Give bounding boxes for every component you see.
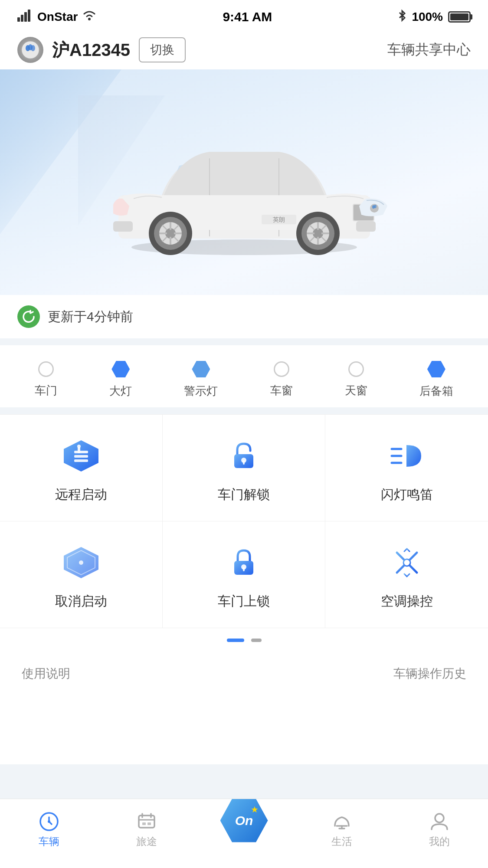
- svg-rect-1: [21, 15, 23, 22]
- indicator-headlight: 大灯: [109, 361, 132, 399]
- action-remote-start[interactable]: 远程启动: [0, 415, 163, 521]
- cancel-start-label: 取消启动: [55, 593, 107, 610]
- indicator-trunk-hex: [427, 361, 445, 377]
- plate-number: 沪A12345: [52, 38, 130, 62]
- indicator-door: 车门: [35, 361, 57, 398]
- status-right: 100%: [398, 9, 471, 25]
- svg-rect-49: [74, 455, 88, 458]
- indicator-hazard-label: 警示灯: [184, 383, 218, 399]
- battery-percentage: 100%: [412, 10, 443, 24]
- bottom-spacer: [0, 695, 488, 764]
- svg-rect-81: [139, 816, 154, 828]
- status-indicators: 车门 大灯 警示灯 车窗 天窗 后备箱: [0, 345, 488, 407]
- svg-point-16: [370, 204, 379, 213]
- indicator-trunk-label: 后备箱: [419, 383, 453, 399]
- battery-icon: [448, 11, 471, 23]
- bluetooth-icon: [398, 9, 406, 25]
- svg-point-61: [79, 560, 83, 565]
- flash-horn-label: 闪灯鸣笛: [381, 486, 433, 504]
- status-time: 9:41 AM: [223, 10, 272, 24]
- ac-control-label: 空调操控: [381, 593, 433, 610]
- indicator-sunroof-label: 天窗: [345, 383, 367, 398]
- nav-life-icon: [331, 810, 353, 831]
- car-hero: 英朗: [0, 69, 488, 295]
- nav-trip-label: 旅途: [136, 835, 157, 848]
- svg-rect-86: [147, 822, 151, 825]
- action-door-unlock[interactable]: 车门解锁: [163, 415, 325, 521]
- nav-vehicle[interactable]: 车辆: [0, 810, 98, 848]
- indicator-door-label: 车门: [35, 383, 57, 398]
- nav-on-button[interactable]: On ★: [220, 799, 268, 842]
- indicator-headlight-hex: [111, 361, 130, 377]
- svg-point-18: [374, 205, 377, 208]
- nav-center-item[interactable]: On ★: [195, 799, 293, 842]
- svg-rect-48: [74, 451, 88, 453]
- manual-link[interactable]: 使用说明: [22, 665, 70, 682]
- remote-start-label: 远程启动: [55, 486, 107, 504]
- carrier-name: OnStar: [37, 10, 78, 24]
- svg-rect-2: [24, 12, 27, 22]
- svg-rect-0: [17, 17, 20, 22]
- page-dot-1: [227, 639, 244, 642]
- nav-profile-icon: [428, 810, 451, 831]
- update-status[interactable]: 更新于4分钟前: [0, 295, 488, 338]
- svg-point-8: [31, 45, 35, 51]
- nav-profile[interactable]: 我的: [390, 810, 488, 848]
- nav-on-label: On: [235, 813, 253, 828]
- nav-life-label: 生活: [331, 835, 352, 848]
- indicator-window: 车窗: [270, 361, 293, 398]
- svg-rect-20: [356, 221, 376, 232]
- svg-rect-3: [28, 10, 30, 22]
- svg-text:英朗: 英朗: [273, 216, 285, 223]
- indicator-door-dot: [38, 361, 54, 377]
- svg-rect-85: [142, 822, 146, 825]
- action-ac-control[interactable]: 空调操控: [325, 521, 488, 628]
- indicator-sunroof-dot: [348, 361, 364, 377]
- status-left: OnStar: [17, 10, 97, 25]
- ac-control-icon: [385, 543, 429, 582]
- flash-horn-icon: [385, 436, 429, 475]
- svg-rect-51: [78, 447, 80, 453]
- update-text: 更新于4分钟前: [48, 308, 133, 326]
- svg-rect-19: [113, 221, 133, 232]
- divider-2: [0, 407, 488, 414]
- divider-1: [0, 338, 488, 345]
- action-flash-horn[interactable]: 闪灯鸣笛: [325, 415, 488, 521]
- bottom-nav: 车辆 旅途 On ★ 生活: [0, 799, 488, 868]
- svg-point-80: [48, 820, 50, 823]
- switch-button[interactable]: 切换: [139, 37, 186, 62]
- nav-vehicle-icon: [38, 810, 60, 831]
- car-illustration: 英朗: [75, 104, 413, 260]
- svg-rect-55: [243, 460, 245, 465]
- header-left: 沪A12345 切换: [17, 37, 186, 63]
- car-image: 英朗: [71, 95, 418, 269]
- indicator-headlight-label: 大灯: [109, 383, 132, 399]
- action-cancel-start[interactable]: 取消启动: [0, 521, 163, 628]
- nav-trip[interactable]: 旅途: [98, 810, 195, 848]
- nav-vehicle-label: 车辆: [39, 835, 59, 848]
- svg-point-90: [435, 814, 444, 822]
- svg-rect-64: [243, 567, 245, 571]
- remote-start-icon: [59, 436, 103, 475]
- header: 沪A12345 切换 车辆共享中心: [0, 30, 488, 69]
- door-unlock-label: 车门解锁: [218, 486, 270, 504]
- cancel-start-icon: [59, 543, 103, 582]
- vehicle-sharing-link[interactable]: 车辆共享中心: [387, 40, 471, 59]
- indicator-window-dot: [274, 361, 289, 377]
- door-lock-label: 车门上锁: [218, 593, 270, 610]
- action-door-lock[interactable]: 车门上锁: [163, 521, 325, 628]
- buick-logo: [17, 37, 43, 63]
- indicator-sunroof: 天窗: [345, 361, 367, 398]
- page-dot-2: [251, 639, 262, 642]
- signal-bars: [17, 10, 33, 25]
- svg-point-4: [88, 18, 91, 20]
- wifi-icon: [82, 10, 97, 24]
- nav-profile-label: 我的: [429, 835, 450, 848]
- history-link[interactable]: 车辆操作历史: [393, 665, 466, 682]
- nav-trip-icon: [135, 810, 158, 831]
- indicator-trunk: 后备箱: [419, 361, 453, 399]
- bottom-links: 使用说明 车辆操作历史: [0, 652, 488, 695]
- indicator-hazard-hex: [192, 361, 210, 377]
- nav-life[interactable]: 生活: [293, 810, 390, 848]
- door-unlock-icon: [222, 436, 265, 475]
